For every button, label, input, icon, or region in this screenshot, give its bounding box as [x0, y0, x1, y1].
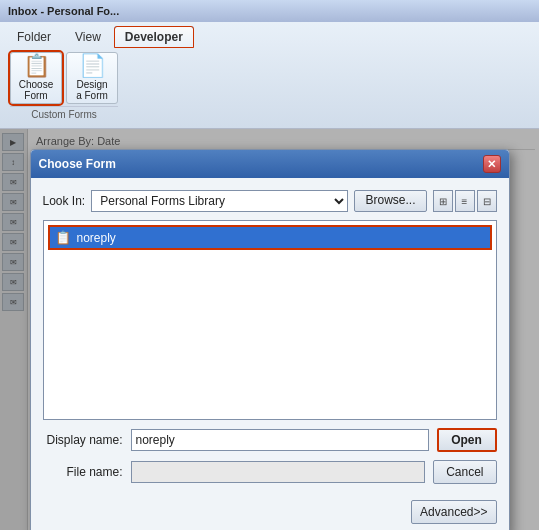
- display-name-row: Display name: Open: [43, 428, 497, 452]
- tab-folder[interactable]: Folder: [6, 26, 62, 48]
- look-in-select[interactable]: Personal Forms Library: [91, 190, 348, 212]
- advanced-button[interactable]: Advanced>>: [411, 500, 496, 524]
- view-btn-2[interactable]: ≡: [455, 190, 475, 212]
- view-btn-1[interactable]: ⊞: [433, 190, 453, 212]
- design-form-label: Design a Form: [76, 79, 108, 101]
- dialog-body: Look In: Personal Forms Library Browse..…: [31, 178, 509, 496]
- look-in-row: Look In: Personal Forms Library Browse..…: [43, 190, 497, 212]
- open-button[interactable]: Open: [437, 428, 497, 452]
- modal-overlay: Choose Form ✕ Look In: Personal Forms Li…: [0, 129, 539, 530]
- display-name-input[interactable]: [131, 429, 429, 451]
- design-form-button[interactable]: 📄 Design a Form: [66, 52, 118, 104]
- title-bar: Inbox - Personal Fo...: [0, 0, 539, 22]
- design-form-icon: 📄: [79, 55, 106, 77]
- file-name-row: File name: Cancel: [43, 460, 497, 484]
- dialog-title: Choose Form: [39, 157, 116, 171]
- title-bar-text: Inbox - Personal Fo...: [0, 5, 535, 17]
- ribbon-group-buttons: 📋 Choose Form 📄 Design a Form: [10, 52, 118, 104]
- view-buttons: ⊞ ≡ ⊟: [433, 190, 497, 212]
- ribbon-tabs: Folder View Developer: [0, 24, 539, 48]
- ribbon-group-custom-forms: 📋 Choose Form 📄 Design a Form Custom For…: [10, 52, 118, 120]
- forms-list[interactable]: 📋 noreply: [43, 220, 497, 420]
- dialog-footer: Advanced>>: [31, 496, 509, 530]
- dialog-close-button[interactable]: ✕: [483, 155, 501, 173]
- browse-button[interactable]: Browse...: [354, 190, 426, 212]
- file-name-label: File name:: [43, 465, 123, 479]
- choose-form-icon: 📋: [23, 55, 50, 77]
- ribbon-group-label: Custom Forms: [10, 106, 118, 120]
- dialog-titlebar: Choose Form ✕: [31, 150, 509, 178]
- form-item-label: noreply: [77, 231, 116, 245]
- tab-developer[interactable]: Developer: [114, 26, 194, 48]
- choose-form-dialog: Choose Form ✕ Look In: Personal Forms Li…: [30, 149, 510, 530]
- form-item-icon: 📋: [55, 230, 71, 245]
- ribbon-content: 📋 Choose Form 📄 Design a Form Custom For…: [0, 48, 539, 124]
- view-btn-3[interactable]: ⊟: [477, 190, 497, 212]
- choose-form-label: Choose Form: [19, 79, 53, 101]
- display-name-label: Display name:: [43, 433, 123, 447]
- cancel-button[interactable]: Cancel: [433, 460, 496, 484]
- ribbon: Folder View Developer 📋 Choose Form 📄 De…: [0, 22, 539, 129]
- file-name-input[interactable]: [131, 461, 426, 483]
- tab-view[interactable]: View: [64, 26, 112, 48]
- form-item-noreply[interactable]: 📋 noreply: [48, 225, 492, 250]
- choose-form-button[interactable]: 📋 Choose Form: [10, 52, 62, 104]
- look-in-label: Look In:: [43, 194, 86, 208]
- main-area: ▶ ↕ ✉ ✉ ✉ ✉ ✉ ✉ ✉ Arrange By: Date Choos…: [0, 129, 539, 530]
